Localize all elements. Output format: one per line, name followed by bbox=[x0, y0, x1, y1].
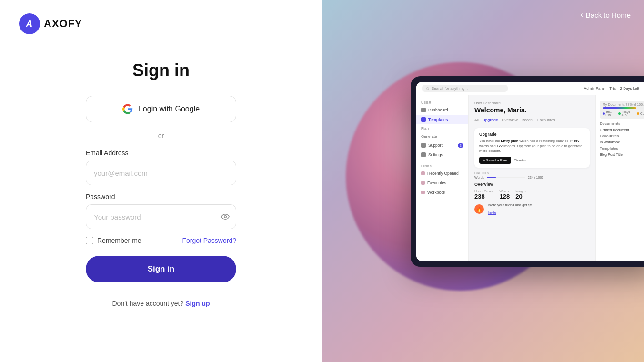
tablet-dashboard-icon bbox=[421, 108, 426, 112]
svg-text:A: A bbox=[25, 19, 32, 29]
signup-link[interactable]: Sign up bbox=[185, 300, 210, 307]
tablet-upgrade-desc: You have the Entry plan which has a rema… bbox=[479, 139, 585, 154]
remember-me-label[interactable]: Remember me bbox=[86, 237, 141, 244]
logo-link[interactable]: A AXOFY bbox=[19, 0, 303, 34]
tablet-support-badge: 3 bbox=[458, 143, 463, 148]
tablet-main: User Dashboard Welcome, Maria. All Upgra… bbox=[469, 95, 595, 261]
tablet-tab-all: All bbox=[474, 118, 479, 123]
tablet-header: Search for anything... Admin Panel Trial… bbox=[416, 82, 644, 95]
password-input[interactable] bbox=[86, 204, 236, 229]
tablet-sidebar: USER Dashboard Templates Plan › Gener bbox=[416, 95, 469, 261]
tablet-settings-label: Settings bbox=[428, 152, 443, 157]
tablet-legend-co: Co.. bbox=[637, 110, 644, 117]
tablet-support-label: Support bbox=[428, 143, 443, 148]
tablet-upgrade-title: Upgrade bbox=[479, 132, 585, 137]
tablet-workbook-label: Workbook bbox=[427, 190, 445, 195]
tablet-generate-label: Generate bbox=[421, 134, 437, 139]
tablet-sidebar-links-section: LINKS bbox=[416, 162, 468, 169]
tablet-docs-bar-fill bbox=[603, 107, 636, 109]
tablet-sidebar-dashboard: Dashboard bbox=[416, 105, 468, 115]
tablet-affiliate-section: 🔥 Invite your friend and get $5. Invite bbox=[474, 203, 590, 216]
tablet-images-label: Images bbox=[515, 190, 526, 193]
tablet-body: USER Dashboard Templates Plan › Gener bbox=[416, 95, 644, 261]
back-to-home-link[interactable]: ‹ Back to Home bbox=[567, 0, 644, 30]
tablet-tab-favourites: Favourites bbox=[537, 118, 555, 123]
tablet-legend-image-dot bbox=[618, 112, 621, 115]
tablet-recently-opened-icon bbox=[421, 171, 425, 175]
tablet-stat-images: Images 20 bbox=[515, 190, 526, 200]
google-button-label: Login with Google bbox=[139, 105, 200, 113]
tablet-affiliate-text-group: Invite your friend and get $5. Invite bbox=[488, 203, 533, 216]
tablet-upgrade-card: Upgrade You have the Entry plan which ha… bbox=[474, 128, 590, 168]
tablet-settings-icon bbox=[421, 152, 426, 157]
tablet-credits-label: CREDITS bbox=[474, 171, 590, 175]
tablet-plan-chevron: › bbox=[462, 126, 463, 131]
tablet-dashboard-section-label: User Dashboard bbox=[474, 101, 590, 105]
tablet-mockup: Search for anything... Admin Panel Trial… bbox=[411, 76, 644, 267]
tablet-legend-co-label: Co.. bbox=[640, 112, 644, 115]
password-field-group: Password bbox=[86, 193, 236, 229]
tablet-sidebar-workbook: Workbook bbox=[416, 188, 468, 197]
password-wrapper bbox=[86, 204, 236, 229]
tablet-legend-items: Text 015 Image 415 Co.. bbox=[603, 110, 644, 117]
tablet-sidebar-user-section: USER bbox=[416, 99, 468, 105]
tablet-words-bar-bg bbox=[487, 177, 525, 178]
email-input[interactable] bbox=[86, 161, 236, 185]
tablet-admin-label: Admin Panel bbox=[584, 86, 605, 90]
tablet-hours-label: Hours Saved bbox=[474, 190, 493, 193]
tablet-header-right: Admin Panel Trial - 2 Days Left bbox=[584, 86, 644, 90]
tablet-templates-col-section: Templates bbox=[600, 146, 644, 151]
tablet-images-value: 20 bbox=[515, 193, 526, 200]
divider-line-left bbox=[86, 136, 152, 136]
tablet-sidebar-recently-opened: Recently Opened bbox=[416, 169, 468, 178]
tablet-tab-recent: Recent bbox=[522, 118, 533, 123]
forgot-password-link[interactable]: Forgot Password? bbox=[182, 237, 236, 244]
tablet-sidebar-settings: Settings bbox=[416, 150, 468, 160]
sign-in-button[interactable]: Sign in bbox=[86, 256, 236, 282]
toggle-password-button[interactable] bbox=[221, 212, 230, 221]
svg-point-2 bbox=[426, 87, 429, 90]
back-to-home-text: Back to Home bbox=[586, 11, 631, 19]
remember-forgot-row: Remember me Forgot Password? bbox=[86, 237, 236, 244]
remember-me-checkbox[interactable] bbox=[86, 237, 93, 244]
eye-icon bbox=[221, 212, 230, 221]
tablet-screen: Search for anything... Admin Panel Trial… bbox=[416, 82, 644, 261]
divider-text: or bbox=[158, 132, 164, 140]
tablet-favourites-label: Favourites bbox=[427, 181, 446, 185]
tablet-stat-words-label: Words bbox=[499, 190, 510, 193]
divider-line-right bbox=[170, 136, 236, 136]
tablet-legend-image: Image 415 bbox=[618, 110, 635, 117]
tablet-legend-text-dot bbox=[603, 112, 605, 115]
tablet-hours-value: 238 bbox=[474, 193, 493, 200]
tablet-stat-words: Words 128 bbox=[499, 190, 510, 200]
tablet-sidebar-generate: Generate › bbox=[416, 132, 468, 141]
password-label: Password bbox=[86, 193, 115, 201]
tablet-words-label: Words bbox=[474, 176, 484, 179]
tablet-doc-item-1: Untitled Document bbox=[600, 128, 644, 132]
tablet-legend-image-label: Image 415 bbox=[622, 110, 635, 117]
tablet-affiliate-text: Invite your friend and get $5. bbox=[488, 203, 533, 207]
tablet-doc-item-2: In Workbook... bbox=[600, 140, 644, 144]
tablet-search-placeholder: Search for anything... bbox=[432, 86, 468, 90]
tablet-legend-text: Text 015 bbox=[603, 110, 616, 117]
signup-row: Don't have account yet? Sign up bbox=[112, 300, 210, 307]
tablet-select-plan-btn: + Select a Plan bbox=[479, 157, 511, 164]
svg-line-3 bbox=[429, 89, 429, 90]
google-login-button[interactable]: Login with Google bbox=[86, 96, 236, 122]
tablet-trial-label: Trial - 2 Days Left bbox=[609, 86, 639, 90]
tablet-docs-bar-bg bbox=[603, 107, 644, 109]
tablet-affiliate-icon: 🔥 bbox=[474, 204, 484, 214]
email-field-group: Email Address bbox=[86, 149, 236, 185]
tablet-recently-opened-label: Recently Opened bbox=[427, 171, 459, 176]
tablet-affiliate-link: Invite bbox=[488, 211, 496, 215]
divider: or bbox=[86, 132, 236, 140]
tablet-templates-label: Templates bbox=[428, 117, 448, 122]
google-icon bbox=[122, 104, 133, 114]
tablet-overview-title: Overview bbox=[474, 182, 590, 187]
tablet-favourites-icon bbox=[421, 181, 425, 185]
tablet-credits-section: CREDITS Words 234 / 1000 bbox=[474, 171, 590, 179]
tablet-words-value: 234 / 1000 bbox=[528, 176, 543, 179]
tablet-dismiss-btn: Dismiss bbox=[514, 157, 526, 164]
tablet-tab-upgrade: Upgrade bbox=[483, 118, 498, 123]
tablet-legend-co-dot bbox=[637, 112, 639, 115]
